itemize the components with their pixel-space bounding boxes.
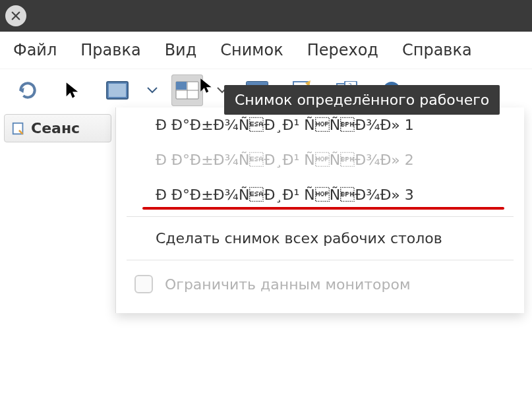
menu-go[interactable]: Переход (307, 41, 378, 59)
desktop-dropdown-toggle[interactable] (146, 74, 158, 106)
svg-rect-6 (176, 82, 187, 90)
dropdown-item-desktop-2: Ð Ð°Ð±Ð¾ÑÐ¸Ð¹ ÑÑÐ¾Ð» 2 (116, 142, 524, 177)
dropdown-separator (127, 216, 514, 217)
workspace-dropdown-menu: Ð Ð°Ð±Ð¾ÑÐ¸Ð¹ ÑÑÐ¾Ð» 1 Ð Ð°Ð±Ð¾ÑÐ¸Ð¹… (115, 107, 524, 313)
dropdown-item-label: Ограничить данным монитором (165, 276, 411, 293)
refresh-icon (17, 80, 38, 101)
menu-screenshot[interactable]: Снимок (220, 41, 283, 59)
dropdown-item-desktop-3[interactable]: Ð Ð°Ð±Ð¾ÑÐ¸Ð¹ ÑÑÐ¾Ð» 3 (116, 177, 524, 212)
workspace-icon (175, 81, 199, 100)
svg-rect-4 (109, 84, 126, 97)
desktop-icon (106, 81, 129, 100)
toolbar: ? Снимок определённого рабочего (0, 69, 532, 111)
menubar: Файл Правка Вид Снимок Переход Справка (0, 32, 532, 69)
tooltip: Снимок определённого рабочего (224, 85, 500, 115)
chevron-down-icon (147, 87, 158, 94)
close-icon (10, 10, 22, 22)
pointer-button[interactable] (57, 74, 88, 106)
sidebar: Сеанс (0, 111, 115, 145)
checkbox[interactable] (134, 275, 153, 293)
cursor-icon (63, 81, 82, 100)
menu-view[interactable]: Вид (165, 41, 197, 59)
menu-help[interactable]: Справка (402, 41, 472, 59)
window-titlebar (0, 0, 532, 32)
menu-edit[interactable]: Правка (80, 41, 140, 59)
refresh-button[interactable] (12, 74, 44, 106)
dropdown-separator (127, 260, 514, 260)
sidebar-tab-session[interactable]: Сеанс (4, 114, 111, 142)
dropdown-item-all-desktops[interactable]: Сделать снимок всех рабочих столов (116, 221, 524, 256)
session-icon (11, 121, 26, 136)
sidebar-tab-label: Сеанс (31, 120, 80, 136)
desktop-button[interactable] (102, 74, 133, 106)
menu-file[interactable]: Файл (13, 41, 57, 59)
workspace-button[interactable] (171, 74, 203, 106)
dropdown-item-limit-monitor[interactable]: Ограничить данным монитором (116, 264, 524, 304)
close-button[interactable] (5, 5, 26, 26)
